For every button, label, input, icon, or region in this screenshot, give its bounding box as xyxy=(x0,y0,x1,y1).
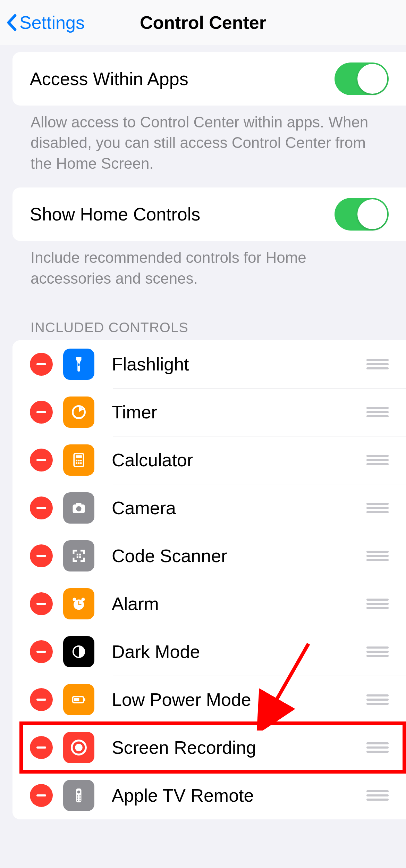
minus-icon xyxy=(36,507,46,509)
control-label: Low Power Mode xyxy=(112,689,366,710)
minus-icon xyxy=(36,603,46,605)
svg-point-29 xyxy=(77,791,81,794)
remote-icon xyxy=(63,780,94,811)
remove-button[interactable] xyxy=(30,401,53,424)
svg-point-35 xyxy=(79,800,81,801)
svg-point-6 xyxy=(80,460,82,461)
remove-button[interactable] xyxy=(30,353,53,376)
camera-icon xyxy=(63,492,94,524)
flashlight-icon xyxy=(63,349,94,380)
svg-rect-0 xyxy=(78,363,80,366)
svg-rect-11 xyxy=(76,503,82,506)
svg-rect-18 xyxy=(78,601,79,604)
show-home-controls-row: Show Home Controls xyxy=(12,187,406,241)
control-row-camera: Camera xyxy=(12,484,406,532)
svg-rect-16 xyxy=(79,556,81,558)
access-within-apps-group: Access Within Apps xyxy=(12,52,406,106)
control-row-record: Screen Recording xyxy=(12,724,406,771)
control-label: Calculator xyxy=(112,450,366,470)
control-row-qrcode: Code Scanner xyxy=(12,532,406,580)
svg-point-8 xyxy=(78,462,80,464)
access-within-apps-label: Access Within Apps xyxy=(30,68,188,89)
control-label: Flashlight xyxy=(112,354,366,375)
svg-point-31 xyxy=(79,795,81,796)
access-within-apps-toggle[interactable] xyxy=(335,62,389,95)
remove-button[interactable] xyxy=(30,736,53,759)
back-button[interactable]: Settings xyxy=(7,12,85,33)
remove-button[interactable] xyxy=(30,688,53,711)
toggle-knob xyxy=(357,64,387,94)
minus-icon xyxy=(36,794,46,796)
timer-icon xyxy=(63,397,94,428)
chevron-left-icon xyxy=(7,14,17,31)
included-controls-header: INCLUDED CONTROLS xyxy=(0,302,406,340)
svg-point-4 xyxy=(76,460,77,461)
drag-handle[interactable] xyxy=(366,790,389,801)
svg-point-27 xyxy=(75,744,83,751)
svg-rect-13 xyxy=(77,554,78,556)
svg-point-34 xyxy=(77,800,78,801)
battery-icon xyxy=(63,684,94,715)
remove-button[interactable] xyxy=(30,640,53,663)
minus-icon xyxy=(36,746,46,749)
drag-handle[interactable] xyxy=(366,694,389,705)
included-controls-list: Flashlight Timer Calculator xyxy=(12,340,406,819)
svg-rect-15 xyxy=(77,556,78,558)
access-within-apps-row: Access Within Apps xyxy=(12,52,406,106)
svg-point-30 xyxy=(77,795,78,796)
minus-icon xyxy=(36,411,46,413)
access-within-apps-footer: Allow access to Control Center within ap… xyxy=(0,106,406,187)
drag-handle[interactable] xyxy=(366,742,389,753)
drag-handle[interactable] xyxy=(366,359,389,369)
toggle-knob xyxy=(357,199,387,229)
minus-icon xyxy=(36,651,46,653)
remove-button[interactable] xyxy=(30,592,53,615)
record-icon xyxy=(63,732,94,763)
drag-handle[interactable] xyxy=(366,407,389,417)
control-row-remote: Apple TV Remote xyxy=(12,771,406,819)
show-home-controls-label: Show Home Controls xyxy=(30,204,200,225)
remove-button[interactable] xyxy=(30,784,53,807)
control-label: Dark Mode xyxy=(112,641,366,662)
show-home-controls-footer: Include recommended controls for Home ac… xyxy=(0,241,406,302)
remove-button[interactable] xyxy=(30,544,53,567)
control-label: Screen Recording xyxy=(112,737,366,758)
svg-point-7 xyxy=(76,462,77,464)
drag-handle[interactable] xyxy=(366,646,389,657)
minus-icon xyxy=(36,555,46,557)
control-row-darkmode: Dark Mode xyxy=(12,628,406,676)
drag-handle[interactable] xyxy=(366,599,389,609)
svg-point-21 xyxy=(82,598,85,601)
control-label: Camera xyxy=(112,498,366,518)
control-row-flashlight: Flashlight xyxy=(12,340,406,388)
navbar: Settings Control Center xyxy=(0,0,406,45)
svg-rect-19 xyxy=(78,604,82,605)
control-label: Code Scanner xyxy=(112,545,366,566)
svg-rect-25 xyxy=(84,698,85,701)
control-label: Alarm xyxy=(112,593,366,614)
control-row-alarm: Alarm xyxy=(12,580,406,628)
show-home-controls-group: Show Home Controls xyxy=(12,187,406,241)
control-label: Apple TV Remote xyxy=(112,785,366,806)
calculator-icon xyxy=(63,444,94,476)
minus-icon xyxy=(36,699,46,701)
remove-button[interactable] xyxy=(30,449,53,471)
svg-point-12 xyxy=(76,506,82,511)
show-home-controls-toggle[interactable] xyxy=(335,198,389,231)
control-row-timer: Timer xyxy=(12,388,406,436)
drag-handle[interactable] xyxy=(366,551,389,561)
drag-handle[interactable] xyxy=(366,455,389,465)
svg-point-5 xyxy=(78,460,80,461)
minus-icon xyxy=(36,363,46,365)
drag-handle[interactable] xyxy=(366,503,389,513)
remove-button[interactable] xyxy=(30,496,53,519)
svg-rect-14 xyxy=(79,554,81,556)
control-label: Timer xyxy=(112,402,366,423)
qrcode-icon xyxy=(63,540,94,571)
alarm-icon xyxy=(63,588,94,619)
minus-icon xyxy=(36,459,46,461)
control-row-calculator: Calculator xyxy=(12,436,406,484)
svg-point-9 xyxy=(80,462,82,464)
svg-rect-3 xyxy=(76,455,82,458)
svg-rect-24 xyxy=(74,698,79,701)
